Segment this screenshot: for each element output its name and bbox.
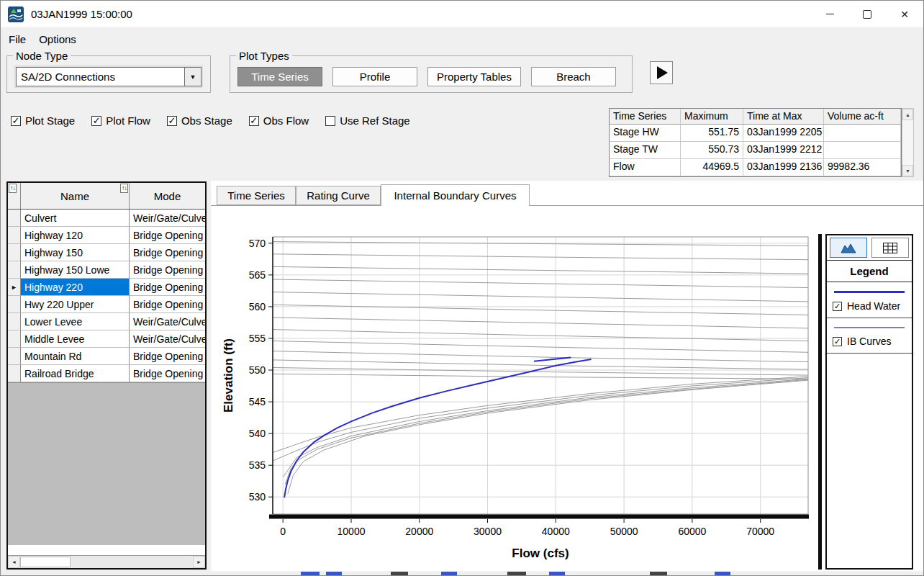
table-view-button[interactable] [871, 238, 909, 258]
node-mode-cell[interactable]: Bridge Opening [130, 279, 205, 296]
node-name-cell[interactable]: Highway 150 [21, 244, 130, 261]
node-mode-cell[interactable]: Bridge Opening [130, 296, 205, 313]
menu-options[interactable]: Options [32, 31, 83, 48]
plot-type-property-tables[interactable]: Property Tables [427, 67, 521, 86]
plot-type-time-series[interactable]: Time Series [237, 67, 322, 86]
checkbox-label: Use Ref Stage [340, 114, 410, 127]
minimize-icon [826, 14, 834, 14]
node-name-cell[interactable]: Middle Levee [21, 330, 130, 348]
maximize-button[interactable] [848, 1, 886, 27]
svg-text:30000: 30000 [474, 526, 502, 537]
checkbox-box: ✓ [249, 116, 259, 126]
svg-text:570: 570 [249, 238, 266, 249]
summary-table-scrollbar[interactable]: ▲ ▼ [902, 108, 914, 177]
legend-line-sample [834, 327, 905, 328]
table-row-mountain-rd[interactable]: Mountain RdBridge Opening [8, 348, 205, 365]
svg-text:550: 550 [249, 364, 266, 376]
name-column-label: Name [60, 190, 89, 202]
node-name-cell[interactable]: Mountain Rd [21, 348, 130, 365]
node-table-horizontal-scrollbar[interactable]: ◄ ► [8, 555, 205, 568]
legend-item-head-water: ✓Head Water [827, 282, 912, 318]
tab-rating-curve[interactable]: Rating Curve [296, 186, 381, 205]
menu-file[interactable]: File [2, 31, 32, 48]
node-mode-cell[interactable]: Bridge Opening [130, 244, 205, 261]
scroll-down-button[interactable]: ▼ [902, 165, 913, 176]
summary-cell [824, 125, 901, 142]
minimize-button[interactable] [811, 1, 848, 27]
node-name-cell[interactable]: Lower Levee [21, 313, 130, 330]
sort-icon[interactable]: ↑↓ [9, 184, 17, 193]
node-table-empty-area [8, 382, 205, 545]
svg-text:Elevation (ft): Elevation (ft) [222, 338, 235, 413]
plot-view-button[interactable] [830, 238, 867, 258]
chevron-down-icon[interactable]: ▼ [184, 68, 201, 86]
row-marker [8, 210, 21, 227]
plot-type-breach[interactable]: Breach [531, 67, 616, 86]
checkbox-plot-stage[interactable]: ✓Plot Stage [11, 114, 75, 127]
scrollbar-thumb[interactable] [20, 557, 71, 567]
legend-checkbox-ib-curves[interactable]: ✓IB Curves [833, 336, 906, 347]
svg-text:545: 545 [249, 396, 266, 408]
table-row-hwy-220-upper[interactable]: Hwy 220 UpperBridge Opening [8, 296, 205, 313]
summary-cell: 551.75 [681, 125, 743, 142]
summary-cell: Flow [610, 159, 681, 176]
node-table-mode-header[interactable]: Mode [130, 183, 205, 209]
plot-types-label: Plot Types [236, 50, 292, 62]
node-mode-cell[interactable]: Weir/Gate/Culve [130, 313, 205, 330]
scroll-right-button[interactable]: ► [193, 556, 205, 568]
node-mode-cell[interactable]: Bridge Opening [130, 227, 205, 244]
node-mode-cell[interactable]: Weir/Gate/Culve [130, 210, 205, 227]
selected-row-marker: ► [8, 279, 21, 296]
checkbox-obs-stage[interactable]: ✓Obs Stage [167, 114, 232, 127]
table-row-highway-120[interactable]: Highway 120Bridge Opening [8, 227, 205, 244]
node-mode-cell[interactable]: Bridge Opening [130, 261, 205, 279]
node-table: ↑↓ Name ↑↓ Mode CulvertWeir/Gate/CulveHi… [6, 181, 207, 570]
summary-table-grid: Time SeriesMaximumTime at MaxVolume ac-f… [609, 108, 902, 177]
close-button[interactable]: ✕ [886, 1, 923, 27]
summary-header-time-at-max: Time at Max [743, 109, 824, 125]
node-mode-cell[interactable]: Bridge Opening [130, 348, 205, 365]
checkbox-obs-flow[interactable]: ✓Obs Flow [249, 114, 309, 127]
node-mode-cell[interactable]: Weir/Gate/Culve [130, 330, 205, 348]
legend-checkbox-head-water[interactable]: ✓Head Water [833, 300, 906, 312]
sort-icon[interactable]: ↑↓ [120, 184, 128, 193]
row-marker [8, 261, 21, 279]
table-row-middle-levee[interactable]: Middle LeveeWeir/Gate/Culve [8, 330, 205, 348]
checkbox-box: ✓ [11, 116, 21, 126]
table-row-highway-150-lowe[interactable]: Highway 150 LoweBridge Opening [8, 261, 205, 279]
node-type-groupbox: Node Type SA/2D Connections ▼ [6, 50, 211, 93]
table-row-culvert[interactable]: CulvertWeir/Gate/Culve [8, 210, 205, 227]
node-name-cell[interactable]: Highway 150 Lowe [21, 261, 130, 279]
row-marker [8, 244, 21, 261]
scroll-left-button[interactable]: ◄ [8, 556, 20, 568]
node-mode-cell[interactable]: Bridge Opening [130, 365, 205, 382]
title-bar: 03JAN1999 15:00:00 ✕ [1, 1, 923, 28]
node-name-cell[interactable]: Culvert [21, 210, 130, 227]
animate-button[interactable] [650, 61, 673, 84]
table-row-highway-150[interactable]: Highway 150Bridge Opening [8, 244, 205, 261]
panel-splitter[interactable] [818, 234, 822, 570]
scrollbar-track[interactable] [20, 556, 193, 568]
tab-internal-boundary-curves[interactable]: Internal Boundary Curves [381, 184, 530, 206]
node-name-cell[interactable]: Highway 220 [21, 279, 130, 296]
checkbox-use-ref-stage[interactable]: Use Ref Stage [325, 114, 410, 127]
svg-text:540: 540 [249, 428, 266, 439]
node-name-cell[interactable]: Railroad Bridge [21, 365, 130, 382]
table-row-lower-levee[interactable]: Lower LeveeWeir/Gate/Culve [8, 313, 205, 330]
legend-line-sample [834, 291, 905, 293]
tab-time-series[interactable]: Time Series [217, 186, 296, 205]
table-row-railroad-bridge[interactable]: Railroad BridgeBridge Opening [8, 365, 205, 382]
row-marker [8, 313, 21, 330]
table-row-highway-220[interactable]: ►Highway 220Bridge Opening [8, 279, 205, 296]
clipped-text-fragment [441, 572, 457, 575]
summary-header-maximum: Maximum [681, 109, 743, 125]
checkbox-plot-flow[interactable]: ✓Plot Flow [91, 114, 150, 127]
internal-boundary-curves-chart: 5305355405455505555605655700100002000030… [214, 210, 821, 570]
node-name-cell[interactable]: Hwy 220 Upper [21, 296, 130, 313]
summary-cell: 03Jan1999 2205 [743, 125, 824, 142]
plot-type-profile[interactable]: Profile [332, 67, 417, 86]
node-table-name-header[interactable]: Name ↑↓ [21, 183, 130, 209]
scroll-up-button[interactable]: ▲ [902, 109, 913, 120]
node-type-combobox[interactable]: SA/2D Connections ▼ [16, 67, 201, 86]
node-name-cell[interactable]: Highway 120 [21, 227, 130, 244]
